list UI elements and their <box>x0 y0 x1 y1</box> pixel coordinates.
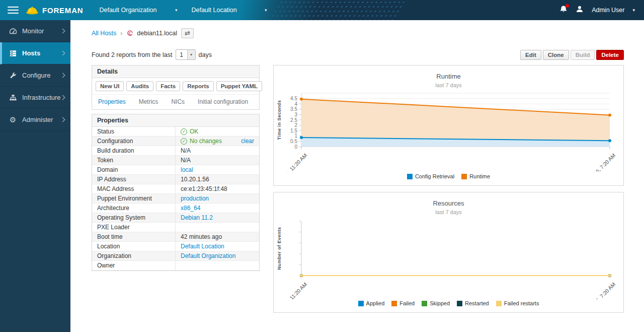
legend-swatch <box>391 301 397 306</box>
hamburger-menu-icon[interactable] <box>8 5 19 16</box>
resources-chart: 11/25, 11:20 AM12/16, 7:20 AMNumber of E… <box>274 216 623 301</box>
legend-item[interactable]: Config Retrieval <box>407 173 454 179</box>
resources-chart-title: Resources <box>274 200 623 207</box>
host-switcher-button[interactable]: ⇄ <box>181 28 194 38</box>
sidebar-item-label: Hosts <box>22 49 40 57</box>
days-select-value: 1 <box>176 51 187 58</box>
table-row: Domainlocal <box>92 165 259 175</box>
reports-count-text: Found 2 reports from the last <box>92 51 173 58</box>
property-value: Default Organization <box>176 251 259 260</box>
table-row: OrganizationDefault Organization <box>92 251 259 261</box>
wrench-icon <box>9 71 17 80</box>
reports-toolbar: Found 2 reports from the last 1 ▾ days E… <box>92 49 624 60</box>
svg-text:4: 4 <box>294 101 297 107</box>
sidebar-item-administer[interactable]: ⚙ Administer <box>0 109 70 131</box>
breadcrumb: All Hosts › debian11.local ⇄ <box>92 28 624 38</box>
clear-link[interactable]: clear <box>241 138 254 145</box>
sidebar-item-label: Administer <box>22 116 53 123</box>
user-avatar-icon[interactable] <box>576 5 584 15</box>
table-row: Operating SystemDebian 11.2 <box>92 213 259 223</box>
main-content: All Hosts › debian11.local ⇄ Found 2 rep… <box>70 20 644 332</box>
table-row: Puppet Environmentproduction <box>92 194 259 204</box>
property-value: local <box>176 165 259 174</box>
status-ok-indicator: ✓No changes <box>181 138 222 145</box>
runtime-chart-subtitle: last 7 days <box>274 82 623 88</box>
property-key: Architecture <box>92 204 176 213</box>
tab-properties[interactable]: Properties <box>98 98 126 105</box>
table-row: Status✓OK <box>92 127 259 137</box>
properties-panel-title: Properties <box>92 114 259 127</box>
legend-item[interactable]: Restarted <box>457 300 489 306</box>
legend-swatch <box>496 301 502 306</box>
location-selector[interactable]: Default Location ▾ <box>186 0 272 20</box>
property-key: Location <box>92 242 176 251</box>
legend-item[interactable]: Skipped <box>422 300 450 306</box>
resources-chart-subtitle: last 7 days <box>274 209 623 215</box>
property-value-link[interactable]: Default Organization <box>181 252 235 259</box>
chevron-down-icon[interactable]: ▾ <box>632 8 635 13</box>
table-row: Boot time42 minutes ago <box>92 232 259 242</box>
table-row: TokenN/A <box>92 156 259 165</box>
svg-text:3.5: 3.5 <box>290 106 297 112</box>
legend-label: Skipped <box>430 300 450 306</box>
sidebar-item-monitor[interactable]: Monitor <box>0 20 70 42</box>
property-value-link[interactable]: Default Location <box>181 243 224 250</box>
build-button: Build <box>571 50 595 60</box>
legend-label: Failed <box>399 300 415 306</box>
property-key: Boot time <box>92 232 176 241</box>
user-menu[interactable]: Admin User <box>592 7 624 14</box>
property-value-link[interactable]: production <box>181 195 209 202</box>
property-value: Debian 11.2 <box>176 213 259 222</box>
property-value-link[interactable]: Debian 11.2 <box>181 214 213 221</box>
sidebar-item-hosts[interactable]: Hosts <box>0 42 70 64</box>
location-selector-label: Default Location <box>191 7 236 14</box>
property-key: Domain <box>92 165 176 174</box>
resources-chart-legend: AppliedFailedSkippedRestartedFailed rest… <box>274 300 623 306</box>
organization-selector[interactable]: Default Organization ▾ <box>94 0 182 20</box>
tab-initial-configuration[interactable]: Initial configuration <box>198 98 248 105</box>
breadcrumb-all-hosts-link[interactable]: All Hosts <box>92 30 116 37</box>
legend-item[interactable]: Failed <box>391 300 415 306</box>
tab-metrics[interactable]: Metrics <box>139 98 158 105</box>
property-value-link[interactable]: x86_64 <box>181 205 200 212</box>
edit-button[interactable]: Edit <box>520 50 541 60</box>
runtime-chart-panel: Runtime last 7 days 00.511.522.533.544.5… <box>273 65 624 186</box>
puppet-yaml-button[interactable]: Puppet YAML <box>216 81 262 91</box>
days-suffix-text: days <box>199 51 212 58</box>
legend-item[interactable]: Applied <box>358 300 385 306</box>
reports-button[interactable]: Reports <box>183 81 213 91</box>
new-ui-button[interactable]: New UI <box>96 81 124 91</box>
legend-item[interactable]: Runtime <box>461 173 490 179</box>
tab-nics[interactable]: NICs <box>171 98 185 105</box>
properties-table: Status✓OKConfiguration✓No changesclearBu… <box>92 127 259 271</box>
svg-text:3: 3 <box>294 112 297 117</box>
host-name: debian11.local <box>137 30 177 37</box>
notifications-bell-icon[interactable] <box>559 5 568 16</box>
sidebar-item-label: Infrastructure <box>22 94 61 101</box>
legend-item[interactable]: Failed restarts <box>496 300 539 306</box>
property-value <box>176 264 259 267</box>
foreman-helmet-icon <box>26 5 39 15</box>
chevron-down-icon: ▾ <box>187 50 195 59</box>
legend-swatch <box>461 174 467 179</box>
property-value-link[interactable]: local <box>181 166 193 173</box>
foreman-brand[interactable]: FOREMAN <box>26 5 83 15</box>
resources-chart-panel: Resources last 7 days 11/25, 11:20 AM12/… <box>273 192 624 313</box>
sidebar-item-configure[interactable]: Configure <box>0 64 70 87</box>
audits-button[interactable]: Audits <box>126 81 153 91</box>
property-key: Configuration <box>92 137 176 146</box>
days-select[interactable]: 1 ▾ <box>176 49 196 60</box>
sidebar-item-infrastructure[interactable]: Infrastructure <box>0 87 70 109</box>
facts-button[interactable]: Facts <box>156 81 180 91</box>
delete-button[interactable]: Delete <box>596 50 624 60</box>
clone-button[interactable]: Clone <box>543 50 569 60</box>
chevron-right-icon <box>60 29 65 34</box>
table-row: IP Address10.20.1.56 <box>92 175 259 184</box>
table-row: MAC Addressce:e1:23:45:1f:48 <box>92 184 259 194</box>
table-row: Configuration✓No changesclear <box>92 137 259 146</box>
table-row: LocationDefault Location <box>92 242 259 251</box>
table-row: Owner <box>92 261 259 271</box>
chevron-right-icon <box>60 73 65 78</box>
legend-label: Applied <box>366 300 385 306</box>
property-key: Build duration <box>92 146 176 155</box>
